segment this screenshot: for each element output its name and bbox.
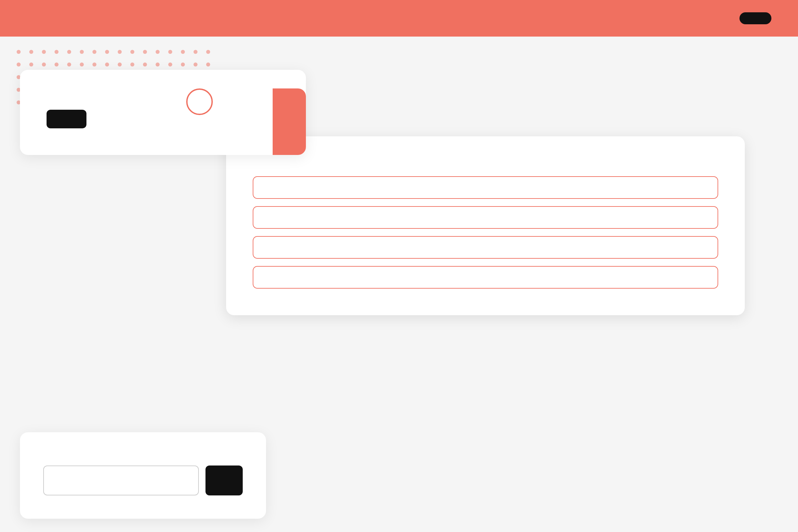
start-game-button[interactable] bbox=[46, 110, 87, 128]
initials-input[interactable] bbox=[43, 466, 199, 495]
timer-display bbox=[740, 12, 772, 24]
score-card bbox=[20, 432, 266, 519]
answer-option-2[interactable] bbox=[253, 206, 718, 229]
half-circle-decoration bbox=[240, 89, 306, 155]
intro-card bbox=[20, 70, 306, 155]
answer-options-list bbox=[253, 176, 718, 289]
submit-button[interactable] bbox=[206, 466, 243, 495]
answer-option-1[interactable] bbox=[253, 176, 718, 199]
question-card bbox=[226, 136, 745, 315]
score-input-row bbox=[43, 466, 243, 495]
answer-option-3[interactable] bbox=[253, 236, 718, 259]
header bbox=[0, 0, 798, 37]
answer-option-4[interactable] bbox=[253, 266, 718, 289]
circle-outline-decoration bbox=[186, 89, 213, 115]
scoreboard bbox=[578, 63, 798, 93]
main-content: // Generate dots const dp = document.que… bbox=[0, 37, 798, 532]
